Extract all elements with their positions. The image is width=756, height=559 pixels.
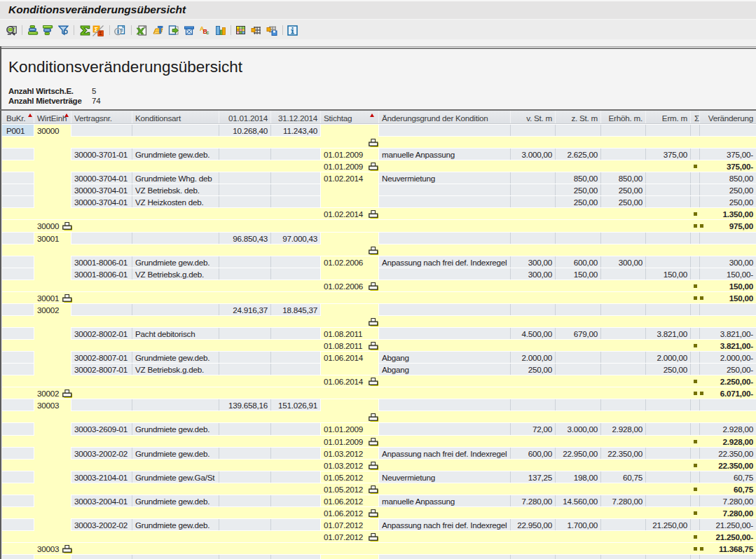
- svg-text:Σ: Σ: [99, 30, 102, 36]
- svg-text:c: c: [206, 29, 209, 36]
